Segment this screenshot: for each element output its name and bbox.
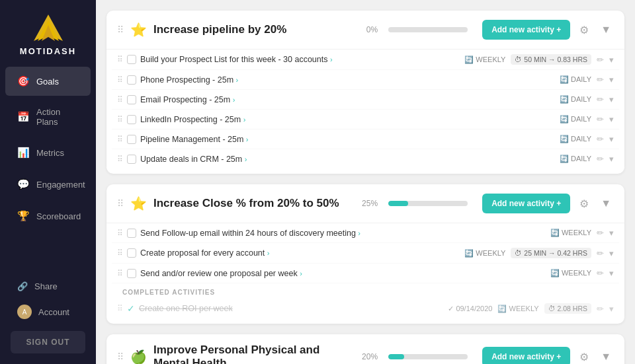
edit-icon[interactable]: ✏ — [597, 55, 604, 65]
goal-star-1: ⭐ — [130, 22, 147, 38]
add-activity-button-3[interactable]: Add new activity + — [482, 347, 570, 364]
progress-bar-fill-3 — [388, 354, 404, 359]
activity-meta: ✓ 09/14/2020 🔄 WEEKLY ⏱ 2.08 HRS ✏ ▾ — [448, 303, 614, 314]
chevron-button-3[interactable]: ▼ — [598, 348, 614, 364]
edit-icon[interactable]: ✏ — [597, 248, 604, 258]
activity-name: Send and/or review one proposal per week… — [140, 269, 546, 278]
more-icon[interactable]: ▾ — [609, 304, 614, 314]
goal-percent-2: 25% — [362, 199, 378, 208]
gear-button-1[interactable]: ⚙ — [577, 21, 591, 39]
goal-header-2: ⠿ ⭐ Increase Close % from 20% to 50% 25%… — [106, 184, 624, 223]
sidebar-logo: MOTIDASH — [0, 0, 96, 65]
activity-meta: 🔄 WEEKLY ✏ ▾ — [550, 268, 614, 278]
row-drag-handle[interactable]: ⠿ — [117, 155, 123, 164]
progress-bar-fill-2 — [388, 201, 408, 206]
avatar: A — [17, 305, 32, 319]
more-icon[interactable]: ▾ — [609, 268, 614, 278]
row-drag-handle[interactable]: ⠿ — [117, 55, 123, 64]
row-drag-handle[interactable]: ⠿ — [117, 135, 123, 144]
row-drag-handle[interactable]: ⠿ — [117, 248, 123, 258]
share-icon: 🔗 — [17, 281, 28, 291]
time-badge: ⏱ 25 MIN → 0.42 HRS — [511, 248, 591, 258]
activity-list-2: ⠿ Send Follow-up email within 24 hours o… — [106, 223, 624, 324]
activity-name: LinkedIn Prospecting - 25m › — [140, 115, 556, 124]
edit-icon[interactable]: ✏ — [597, 154, 604, 164]
add-activity-button-2[interactable]: Add new activity + — [482, 194, 570, 213]
activity-row: ⠿ Send Follow-up email within 24 hours o… — [112, 223, 619, 243]
activity-checkbox[interactable] — [127, 248, 136, 258]
row-drag-handle[interactable]: ⠿ — [117, 269, 123, 278]
activity-name: Build your Prospect List for this week -… — [140, 55, 460, 64]
activity-name: Send Follow-up email within 24 hours of … — [140, 229, 546, 238]
sidebar-item-goals[interactable]: 🎯 Goals — [5, 67, 91, 96]
more-icon[interactable]: ▾ — [609, 134, 614, 144]
row-drag-handle[interactable]: ⠿ — [117, 95, 123, 104]
completed-date: ✓ 09/14/2020 — [448, 305, 492, 313]
goal-card-2: ⠿ ⭐ Increase Close % from 20% to 50% 25%… — [106, 184, 624, 324]
goal-header-3: ⠿ 🍏 Improve Personal Physical and Mental… — [106, 334, 624, 364]
activity-checkbox[interactable] — [127, 155, 136, 164]
freq-badge: 🔄 WEEKLY — [497, 305, 538, 313]
sign-out-button[interactable]: SIGN OUT — [11, 331, 85, 353]
activity-meta: 🔄 WEEKLY ✏ ▾ — [550, 228, 614, 238]
drag-handle-2[interactable]: ⠿ — [117, 198, 124, 209]
activity-checkbox[interactable] — [127, 55, 136, 64]
sidebar-item-engagement[interactable]: 💬 Engagement — [5, 170, 91, 199]
sidebar-item-action-plans-label: Action Plans — [36, 107, 79, 127]
freq-badge: 🔄 WEEKLY — [464, 249, 505, 258]
more-icon[interactable]: ▾ — [609, 75, 614, 85]
activity-list-1: ⠿ Build your Prospect List for this week… — [106, 49, 624, 174]
gear-button-2[interactable]: ⚙ — [577, 195, 591, 213]
drag-handle-3[interactable]: ⠿ — [117, 351, 124, 362]
edit-icon[interactable]: ✏ — [597, 134, 604, 144]
row-drag-handle[interactable]: ⠿ — [117, 75, 123, 85]
activity-row: ⠿ Send and/or review one proposal per we… — [112, 264, 619, 283]
chevron-button-2[interactable]: ▼ — [598, 195, 614, 212]
sidebar-item-scoreboard[interactable]: 🏆 Scoreboard — [5, 201, 91, 231]
sidebar-item-metrics[interactable]: 📊 Metrics — [5, 138, 91, 167]
row-drag-handle[interactable]: ⠿ — [117, 229, 123, 238]
progress-bar-bg-2 — [388, 201, 468, 206]
row-drag-handle[interactable]: ⠿ — [117, 115, 123, 124]
more-icon[interactable]: ▾ — [609, 228, 614, 238]
more-icon[interactable]: ▾ — [609, 114, 614, 124]
goal-apple-3: 🍏 — [130, 349, 147, 364]
scoreboard-icon: 🏆 — [17, 210, 30, 222]
activity-checkbox[interactable] — [127, 75, 136, 85]
drag-handle-1[interactable]: ⠿ — [117, 24, 124, 35]
freq-badge: 🔄 WEEKLY — [550, 229, 591, 237]
edit-icon[interactable]: ✏ — [597, 304, 604, 314]
edit-icon[interactable]: ✏ — [597, 268, 604, 278]
sidebar-bottom: 🔗 Share A Account SIGN OUT — [0, 270, 96, 364]
activity-meta: 🔄 WEEKLY ⏱ 50 MIN → 0.83 HRS ✏ ▾ — [464, 54, 614, 65]
sidebar-item-action-plans[interactable]: 📅 Action Plans — [5, 98, 91, 135]
completed-activities-label: COMPLETED ACTIVITIES — [112, 283, 619, 299]
activity-checkbox[interactable] — [127, 135, 136, 144]
chevron-button-1[interactable]: ▼ — [598, 21, 614, 38]
activity-row: ⠿ Phone Prospecting - 25m › 🔄 DAILY ✏ ▾ — [112, 70, 619, 90]
activity-meta: 🔄 WEEKLY ⏱ 25 MIN → 0.42 HRS ✏ ▾ — [464, 248, 614, 258]
more-icon[interactable]: ▾ — [609, 248, 614, 258]
completed-check-icon: ✓ — [127, 303, 135, 314]
sidebar-item-share[interactable]: 🔗 Share — [5, 275, 91, 298]
activity-checkbox[interactable] — [127, 229, 136, 238]
activity-checkbox[interactable] — [127, 95, 136, 104]
more-icon[interactable]: ▾ — [609, 55, 614, 65]
activity-checkbox[interactable] — [127, 269, 136, 278]
activity-row: ⠿ LinkedIn Prospecting - 25m › 🔄 DAILY ✏… — [112, 110, 619, 129]
gear-button-3[interactable]: ⚙ — [577, 348, 591, 365]
edit-icon[interactable]: ✏ — [597, 94, 604, 104]
activity-meta: 🔄 DAILY ✏ ▾ — [560, 94, 614, 104]
more-icon[interactable]: ▾ — [609, 94, 614, 104]
more-icon[interactable]: ▾ — [609, 154, 614, 164]
sidebar-item-goals-label: Goals — [36, 77, 59, 87]
edit-icon[interactable]: ✏ — [597, 114, 604, 124]
add-activity-button-1[interactable]: Add new activity + — [482, 20, 570, 40]
row-drag-handle[interactable]: ⠿ — [117, 304, 123, 313]
edit-icon[interactable]: ✏ — [597, 75, 604, 85]
activity-name: Phone Prospecting - 25m › — [140, 75, 556, 85]
activity-checkbox[interactable] — [127, 115, 136, 124]
edit-icon[interactable]: ✏ — [597, 228, 604, 238]
sidebar-item-account[interactable]: A Account — [5, 298, 91, 326]
time-badge: ⏱ 2.08 HRS — [544, 303, 591, 314]
